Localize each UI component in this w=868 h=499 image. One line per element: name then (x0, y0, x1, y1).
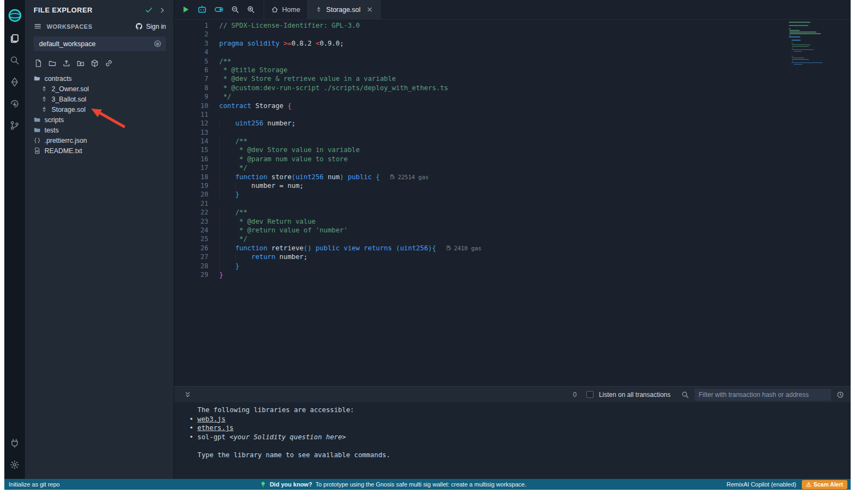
code-line-20[interactable]: 20 } (174, 190, 851, 199)
sidebar-solidity-compiler[interactable] (4, 71, 25, 93)
play-icon[interactable] (182, 5, 190, 14)
workspaces-label: WORKSPACES (47, 23, 130, 30)
remix-ide-window: FILE EXPLORER WORKSPACES Sign in default… (4, 0, 851, 490)
code-line-28[interactable]: 28 } (174, 262, 851, 270)
zoom-out-icon[interactable] (231, 5, 239, 14)
code-line-25[interactable]: 25 */ (174, 235, 851, 243)
code-line-17[interactable]: 17 */ (174, 163, 851, 172)
close-tab-icon[interactable] (366, 6, 373, 13)
code-line-8[interactable]: 8 * @custom:dev-run-script ./scripts/dep… (174, 84, 851, 92)
code-line-14[interactable]: 14 /** (174, 137, 851, 146)
code-line-1[interactable]: 1// SPDX-License-Identifier: GPL-3.0 (174, 21, 851, 30)
toolbar-upload-folder-icon[interactable] (76, 59, 85, 67)
tree-item-label: scripts (44, 116, 64, 124)
tree-item-.prettierrc.json[interactable]: .prettierrc.json (25, 135, 174, 146)
transaction-filter-input[interactable] (694, 389, 831, 401)
solidity-icon (41, 106, 48, 113)
sidebar-plugin-manager[interactable] (4, 432, 25, 454)
code-text (208, 110, 219, 119)
terminal-link[interactable]: ethers.js (197, 424, 234, 432)
sidebar-search[interactable] (4, 49, 25, 71)
check-icon[interactable] (145, 6, 153, 14)
line-number: 11 (174, 110, 208, 119)
tree-item-2_Owner.sol[interactable]: 2_Owner.sol (25, 84, 174, 94)
workspaces-menu-icon[interactable] (34, 22, 42, 30)
ai-toggle-icon[interactable] (214, 5, 224, 14)
tip-message: Did you know? To prototype using the Gno… (260, 481, 526, 488)
code-line-19[interactable]: 19 number = num; (174, 181, 851, 190)
sidebar-file-explorer[interactable] (4, 28, 25, 49)
zoom-in-icon[interactable] (247, 5, 255, 14)
tab-home[interactable]: Home (264, 0, 308, 19)
toolbar-upload-file-icon[interactable] (62, 59, 71, 67)
sign-in-button[interactable]: Sign in (135, 22, 166, 30)
code-line-27[interactable]: 27 return number; (174, 252, 851, 261)
code-line-5[interactable]: 5/** (174, 57, 851, 66)
code-line-22[interactable]: 22 /** (174, 208, 851, 217)
code-line-26[interactable]: 26 function retrieve() public view retur… (174, 244, 851, 252)
tree-item-README.txt[interactable]: README.txt (25, 146, 174, 156)
code-line-24[interactable]: 24 * @return value of 'number' (174, 226, 851, 235)
code-line-7[interactable]: 7 * @dev Store & retrieve value in a var… (174, 74, 851, 83)
json-icon (34, 137, 41, 144)
code-line-18[interactable]: 18 function store(uint256 num) public {2… (174, 173, 851, 181)
code-line-12[interactable]: 12 uint256 number; (174, 119, 851, 128)
tree-item-contracts[interactable]: contracts (25, 73, 174, 84)
code-line-2[interactable]: 2 (174, 30, 851, 39)
line-number: 19 (174, 181, 208, 190)
code-text: // SPDX-License-Identifier: GPL-3.0 (208, 21, 360, 30)
terminal-link[interactable]: web3.js (197, 415, 226, 423)
terminal[interactable]: The following libraries are accessible:•… (174, 402, 851, 479)
code-line-4[interactable]: 4 (174, 48, 851, 56)
gas-estimate: 2410 gas (446, 244, 482, 252)
code-line-3[interactable]: 3pragma solidity >=0.8.2 <0.9.0; (174, 39, 851, 48)
toolbar-new-folder-icon[interactable] (48, 59, 56, 67)
code-line-11[interactable]: 11 (174, 110, 851, 119)
tab-storage-sol[interactable]: Storage.sol (308, 0, 380, 19)
sidebar-git[interactable] (4, 115, 25, 136)
copilot-status[interactable]: RemixAI Copilot (enabled) (726, 481, 796, 488)
workspace-options-icon[interactable] (154, 40, 162, 48)
code-text: /** (208, 208, 247, 217)
sidebar-settings[interactable] (4, 454, 25, 476)
tree-item-label: contracts (44, 75, 72, 83)
tree-item-3_Ballot.sol[interactable]: 3_Ballot.sol (25, 94, 174, 104)
toolbar-new-file-icon[interactable] (34, 59, 42, 67)
toolbar-box-icon[interactable] (91, 59, 99, 67)
scam-alert-badge[interactable]: ⚠ Scam Alert (802, 480, 847, 489)
expand-terminal-icon[interactable] (184, 391, 192, 399)
git-init-status[interactable]: Initialize as git repo (9, 481, 60, 488)
code-line-15[interactable]: 15 * @dev Store value in variable (174, 146, 851, 154)
line-number: 9 (174, 92, 208, 101)
page: FILE EXPLORER WORKSPACES Sign in default… (0, 0, 868, 499)
code-text: uint256 number; (208, 119, 296, 128)
search-icon[interactable] (681, 391, 689, 399)
tree-item-scripts[interactable]: scripts (25, 115, 174, 125)
search-icon (10, 55, 20, 65)
code-line-29[interactable]: 29} (174, 270, 851, 279)
workspace-select[interactable]: default_workspace (34, 36, 166, 51)
terminal-line: The following libraries are accessible: (174, 406, 851, 415)
minimap[interactable] (789, 22, 825, 69)
line-number: 1 (174, 21, 208, 30)
code-line-6[interactable]: 6 * @title Storage (174, 66, 851, 74)
code-text: } (208, 270, 223, 279)
history-icon[interactable] (837, 391, 844, 399)
ai-robot-icon[interactable] (197, 5, 207, 14)
toolbar-link-icon[interactable] (105, 59, 113, 67)
chevron-right-icon[interactable] (158, 7, 166, 14)
github-icon (135, 22, 143, 30)
tab-home-label: Home (282, 6, 300, 14)
code-editor[interactable]: 1// SPDX-License-Identifier: GPL-3.023pr… (174, 20, 851, 386)
listen-checkbox[interactable] (586, 391, 593, 398)
code-line-10[interactable]: 10contract Storage { (174, 102, 851, 110)
code-line-16[interactable]: 16 * @param num value to store (174, 155, 851, 163)
sidebar-deploy-run[interactable] (4, 93, 25, 115)
code-line-9[interactable]: 9 */ (174, 92, 851, 101)
code-line-23[interactable]: 23 * @dev Return value (174, 217, 851, 226)
tree-item-tests[interactable]: tests (25, 125, 174, 135)
code-line-13[interactable]: 13 (174, 128, 851, 137)
code-line-21[interactable]: 21 (174, 199, 851, 208)
line-number: 7 (174, 74, 208, 83)
tree-item-Storage.sol[interactable]: Storage.sol (25, 104, 174, 115)
